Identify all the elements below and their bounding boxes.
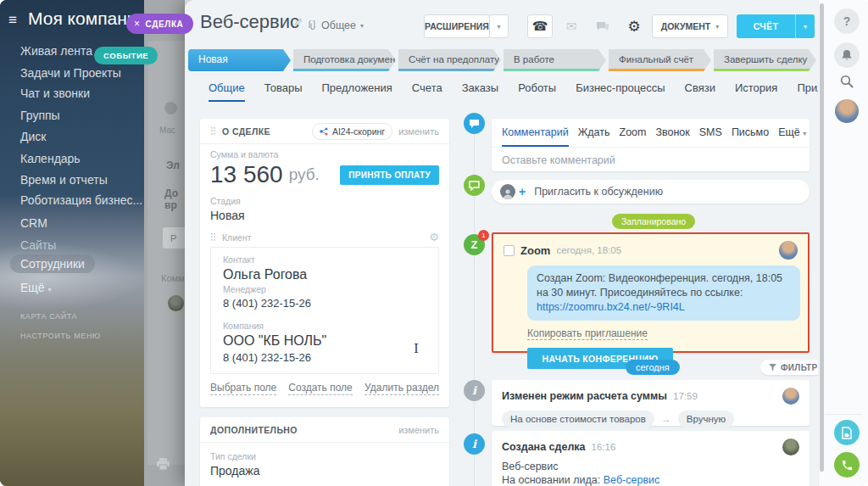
sidebar-item-crm[interactable]: CRM [20, 216, 47, 230]
value-before-pill: На основе стоимости товаров [502, 411, 654, 427]
invite-to-discussion[interactable]: + Пригласить к обсуждению [492, 180, 810, 204]
hamburger-menu-icon[interactable]: ≡ [8, 13, 24, 27]
tab-links[interactable]: Связи [685, 81, 715, 102]
arrow-right-icon: → [661, 413, 671, 425]
gear-icon[interactable]: ⚙ [429, 231, 439, 243]
ai-scoring-badge[interactable]: AI24-скоринг [312, 123, 392, 140]
bell-icon [841, 49, 853, 62]
timeline-tab-mail[interactable]: Письмо [732, 126, 769, 145]
company-phone[interactable]: 8 (401) 232-15-26 [223, 351, 426, 364]
sidebar-item-chat[interactable]: Чат и звонки [20, 87, 90, 100]
user-avatar[interactable] [835, 99, 859, 123]
document-button[interactable]: ДОКУМЕНТ ▾ [652, 14, 728, 38]
contact-phone[interactable]: 8 (401) 232-15-26 [223, 297, 426, 310]
accept-payment-button[interactable]: ПРИНЯТЬ ОПЛАТУ [340, 165, 439, 185]
configure-menu-link[interactable]: НАСТРОИТЬ МЕНЮ [20, 332, 101, 340]
chevron-down-icon: ▾ [497, 23, 500, 31]
tab-bizproc[interactable]: Бизнес-процессы [576, 81, 665, 102]
notification-count-badge: 1 [478, 230, 489, 241]
deal-amount: 13 560 [210, 161, 283, 188]
stage-final-invoice[interactable]: Финальный счёт [609, 49, 711, 71]
chat-icon[interactable] [590, 14, 615, 38]
search-icon [840, 75, 854, 88]
contact-name[interactable]: Ольга Рогова [223, 267, 426, 282]
dimmed-underlay-strip: Мас Эл До вр Р Комм [144, 0, 185, 486]
invoice-button[interactable]: СЧЁТ [737, 14, 795, 38]
event-tag[interactable]: СОБЫТИЕ [94, 47, 158, 64]
invoice-split-button[interactable]: СЧЁТ ▾ [737, 14, 815, 38]
crm-widget-button[interactable] [834, 420, 860, 445]
mail-icon[interactable]: ✉ [559, 14, 584, 38]
telephony-button[interactable] [834, 452, 860, 478]
scope-dropdown[interactable]: Общее ▾ [309, 20, 364, 31]
close-icon[interactable]: × [134, 18, 141, 30]
scrollbar[interactable] [820, 3, 824, 472]
zoom-meeting-link[interactable]: https://zoomru.bx24.net/~9RI4L [537, 301, 685, 313]
copy-invitation-link[interactable]: Копировать приглашение [527, 327, 648, 340]
company-name[interactable]: ООО "КБ НОЛЬ" [223, 333, 426, 349]
sitemap-link[interactable]: КАРТА САЙТА [20, 312, 77, 321]
edit-section-link[interactable]: изменить [398, 425, 439, 435]
edit-title-icon[interactable]: ✎ [293, 16, 303, 29]
tab-robots[interactable]: Роботы [518, 81, 556, 102]
tab-invoices[interactable]: Счета [412, 81, 442, 102]
sidebar-item-more[interactable]: Ещё ▾ [20, 281, 52, 294]
lead-link[interactable]: Веб-сервис [604, 474, 660, 486]
extensions-dropdown-button[interactable]: ▾ [489, 14, 509, 38]
stage-docs[interactable]: Подготовка документов [293, 49, 396, 71]
timeline-tab-comment[interactable]: Комментарий [502, 126, 569, 147]
chevron-down-icon: ▾ [715, 23, 719, 31]
timeline-tab-wait[interactable]: Ждать [578, 126, 610, 145]
stage-inwork[interactable]: В работе [504, 49, 606, 71]
info-stream-icon: i [464, 380, 485, 401]
timeline-tab-more[interactable]: Ещё ▾ [778, 126, 806, 145]
tab-history[interactable]: История [735, 81, 777, 102]
filter-label: ФИЛЬТР [781, 363, 818, 372]
stage-prepay[interactable]: Счёт на предоплату [398, 49, 501, 71]
comment-input[interactable]: Оставьте комментарий [492, 148, 810, 173]
planned-badge: Запланировано [612, 214, 695, 229]
sidebar-item-feed[interactable]: Живая лента [20, 44, 92, 58]
zoom-message-bubble: Создан Zoom: Видеоконференция. сегодня, … [527, 265, 800, 321]
sidebar-item-time[interactable]: Время и отчеты [20, 173, 108, 187]
tab-quotes[interactable]: Предложения [321, 81, 392, 102]
tab-general[interactable]: Общие [209, 81, 245, 102]
create-field-link[interactable]: Создать поле [288, 382, 353, 395]
tab-products[interactable]: Товары [264, 81, 303, 102]
sidebar-item-tasks[interactable]: Задачи и Проекты [20, 66, 121, 80]
timeline-tab-call[interactable]: Звонок [655, 126, 689, 145]
client-section-label: Клиент [222, 232, 252, 243]
help-button[interactable]: ? [834, 8, 860, 34]
sidebar-item-groups[interactable]: Группы [20, 109, 60, 122]
sidebar-item-rpa[interactable]: Роботизация бизнес...beta [20, 193, 160, 207]
edit-section-link[interactable]: изменить [398, 126, 439, 137]
delete-section-link[interactable]: Удалить раздел [364, 382, 439, 395]
scoring-icon [320, 127, 328, 136]
drag-handle-icon[interactable] [210, 232, 216, 242]
document-label: ДОКУМЕНТ [661, 21, 711, 31]
timeline-tab-sms[interactable]: SMS [699, 126, 722, 145]
call-button[interactable]: ☎ [527, 14, 553, 38]
stage-close[interactable]: Завершить сделку [714, 49, 816, 71]
sidebar-item-calendar[interactable]: Календарь [20, 152, 81, 165]
tab-orders[interactable]: Заказы [462, 81, 498, 102]
stage-new[interactable]: Новая [188, 49, 291, 71]
gear-icon[interactable]: ⚙ [621, 14, 647, 38]
sidebar-item-employees[interactable]: Сотрудники [20, 257, 95, 271]
drag-handle-icon[interactable] [210, 126, 216, 136]
invoice-dropdown-button[interactable]: ▾ [795, 14, 815, 38]
i-letter: i [472, 384, 476, 397]
notifications-bell-button[interactable] [834, 42, 860, 68]
deal-tag[interactable]: × СДЕЛКА [126, 14, 193, 34]
filter-button[interactable]: ФИЛЬТР [760, 360, 826, 375]
bitrix-crm-app: ≡ Моя компания Живая лента Задачи и Прое… [0, 0, 868, 486]
search-button[interactable] [840, 75, 854, 92]
stage-accent [504, 69, 606, 71]
ai-badge-label: AI24-скоринг [332, 126, 385, 137]
extensions-button[interactable]: РАСШИРЕНИЯ [424, 14, 490, 38]
select-field-link[interactable]: Выбрать поле [210, 382, 276, 395]
sidebar-item-disk[interactable]: Диск [20, 130, 46, 143]
timeline-tab-zoom[interactable]: Zoom [620, 126, 647, 145]
sidebar-item-sites[interactable]: Сайты [20, 238, 56, 252]
checkbox[interactable] [504, 245, 515, 256]
